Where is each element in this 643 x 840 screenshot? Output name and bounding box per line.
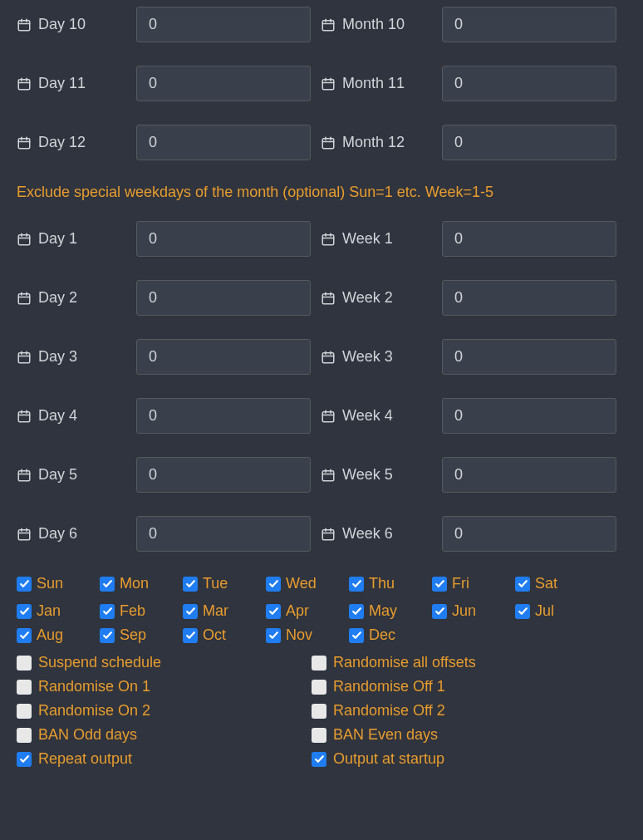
checkbox-label[interactable]: BAN Odd days <box>38 726 137 744</box>
number-input[interactable] <box>442 516 616 552</box>
field-label: Day 10 <box>38 16 86 33</box>
checkbox-label[interactable]: Sun <box>37 575 63 592</box>
field-label: Month 11 <box>342 75 405 92</box>
checkbox-label[interactable]: BAN Even days <box>333 726 438 744</box>
input-row: Day 6Week 6 <box>17 516 626 552</box>
checkbox-label[interactable]: Wed <box>286 575 317 592</box>
checkbox-label[interactable]: Nov <box>286 626 312 644</box>
calendar-icon <box>17 76 32 91</box>
checkbox-day[interactable] <box>515 577 530 592</box>
checkbox-option[interactable] <box>312 752 326 767</box>
checkbox-day[interactable] <box>17 577 32 592</box>
checkbox-day[interactable] <box>432 577 447 592</box>
checkbox-label[interactable]: Mon <box>120 575 149 592</box>
checkbox-option[interactable] <box>17 680 32 695</box>
checkbox-option[interactable] <box>312 680 326 695</box>
number-input[interactable] <box>136 7 311 42</box>
calendar-icon <box>321 527 336 542</box>
number-input[interactable] <box>442 125 616 160</box>
checkbox-label[interactable]: Mar <box>203 602 228 620</box>
checkbox-month[interactable] <box>349 628 364 643</box>
field-label: Week 3 <box>342 348 393 366</box>
checkbox-day[interactable] <box>266 577 281 592</box>
checkbox-label[interactable]: Jul <box>535 602 554 620</box>
number-input[interactable] <box>442 398 616 434</box>
checkbox-month[interactable] <box>17 628 32 643</box>
number-input[interactable] <box>442 339 616 375</box>
checkbox-label[interactable]: Randomise Off 1 <box>333 678 445 695</box>
number-input[interactable] <box>136 457 311 493</box>
calendar-icon <box>17 135 32 150</box>
svg-rect-28 <box>322 234 334 244</box>
checkbox-label[interactable]: Apr <box>286 602 309 620</box>
calendar-icon <box>17 350 32 365</box>
checkbox-option[interactable] <box>17 752 32 767</box>
checkbox-month[interactable] <box>266 628 281 643</box>
number-input[interactable] <box>136 221 311 257</box>
number-input[interactable] <box>442 66 616 101</box>
svg-rect-8 <box>18 79 30 89</box>
svg-rect-16 <box>18 138 30 148</box>
checkbox-month[interactable] <box>100 628 115 643</box>
checkbox-label[interactable]: Fri <box>452 575 469 592</box>
checkbox-month[interactable] <box>266 604 281 619</box>
checkbox-option[interactable] <box>312 704 326 719</box>
number-input[interactable] <box>136 66 311 101</box>
calendar-icon <box>321 76 336 91</box>
input-row: Day 4Week 4 <box>17 398 626 434</box>
svg-rect-60 <box>322 470 334 480</box>
number-input[interactable] <box>136 339 311 375</box>
checkbox-label[interactable]: Jan <box>37 602 61 620</box>
calendar-icon <box>321 468 336 483</box>
checkbox-label[interactable]: Randomise Off 2 <box>333 702 445 720</box>
checkbox-label[interactable]: Sep <box>120 626 146 644</box>
checkbox-label[interactable]: Output at startup <box>333 750 444 768</box>
checkbox-label[interactable]: Aug <box>37 626 63 644</box>
checkbox-month[interactable] <box>432 604 447 619</box>
checkbox-label[interactable]: Tue <box>203 575 228 592</box>
calendar-icon <box>17 291 32 306</box>
options-group: Suspend scheduleRandomise all offsetsRan… <box>17 654 626 774</box>
checkbox-label[interactable]: Feb <box>120 602 145 620</box>
checkbox-month[interactable] <box>183 628 198 643</box>
svg-rect-40 <box>18 352 30 362</box>
checkbox-label[interactable]: Randomise On 1 <box>38 678 150 695</box>
checkbox-month[interactable] <box>183 604 198 619</box>
checkbox-label[interactable]: Randomise all offsets <box>333 654 476 671</box>
checkbox-label[interactable]: Dec <box>369 626 395 644</box>
checkbox-month[interactable] <box>100 604 115 619</box>
number-input[interactable] <box>136 398 311 434</box>
checkbox-label[interactable]: Randomise On 2 <box>38 702 150 720</box>
calendar-icon <box>321 232 336 247</box>
number-input[interactable] <box>136 125 311 160</box>
number-input[interactable] <box>136 516 311 552</box>
checkbox-option[interactable] <box>17 704 32 719</box>
input-row: Day 3Week 3 <box>17 339 626 375</box>
checkbox-label[interactable]: Oct <box>203 626 226 644</box>
number-input[interactable] <box>442 7 616 42</box>
checkbox-day[interactable] <box>349 577 364 592</box>
checkbox-day[interactable] <box>183 577 198 592</box>
checkbox-option[interactable] <box>312 728 326 743</box>
svg-rect-20 <box>322 138 334 148</box>
checkbox-label[interactable]: Thu <box>369 575 395 592</box>
checkbox-label[interactable]: May <box>369 602 397 620</box>
number-input[interactable] <box>442 280 616 316</box>
number-input[interactable] <box>136 280 311 316</box>
checkbox-month[interactable] <box>515 604 530 619</box>
field-label: Day 6 <box>38 525 77 543</box>
checkbox-month[interactable] <box>17 604 32 619</box>
checkbox-label[interactable]: Jun <box>452 602 476 620</box>
number-input[interactable] <box>442 221 616 257</box>
checkbox-option[interactable] <box>17 656 32 671</box>
checkbox-day[interactable] <box>100 577 115 592</box>
checkbox-label[interactable]: Repeat output <box>38 750 132 768</box>
checkbox-label[interactable]: Suspend schedule <box>38 654 161 671</box>
number-input[interactable] <box>442 457 616 493</box>
checkbox-month[interactable] <box>349 604 364 619</box>
field-label: Day 3 <box>38 348 77 366</box>
checkbox-option[interactable] <box>312 656 326 671</box>
svg-rect-0 <box>18 20 30 30</box>
checkbox-label[interactable]: Sat <box>535 575 557 592</box>
checkbox-option[interactable] <box>17 728 32 743</box>
